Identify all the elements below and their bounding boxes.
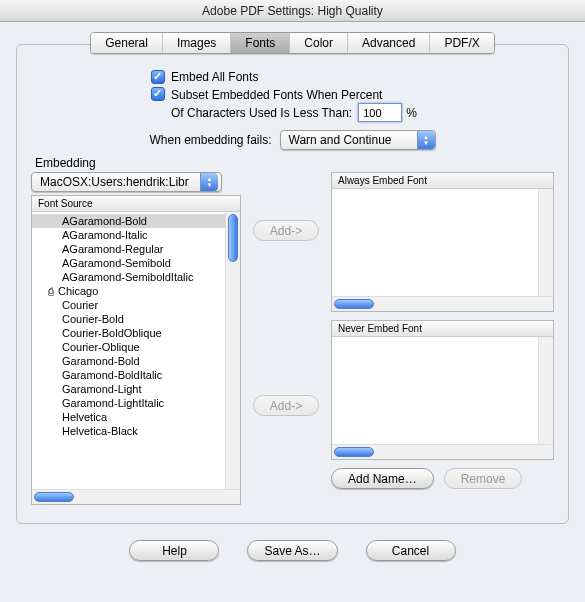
tab-images[interactable]: Images: [163, 33, 231, 53]
never-embed-vscroll[interactable]: [538, 337, 553, 444]
font-source-header: Font Source: [32, 196, 240, 212]
font-item[interactable]: Courier-Bold: [32, 312, 225, 326]
always-embed-listbox[interactable]: Always Embed Font: [331, 172, 554, 312]
cancel-button[interactable]: Cancel: [366, 540, 456, 561]
add-name-button[interactable]: Add Name…: [331, 468, 434, 489]
font-source-listbox[interactable]: Font Source AGaramond-BoldAGaramond-Ital…: [31, 195, 241, 505]
font-item[interactable]: Garamond-Bold: [32, 354, 225, 368]
tab-general[interactable]: General: [91, 33, 163, 53]
font-item[interactable]: Garamond-BoldItalic: [32, 368, 225, 382]
embedding-fails-value: Warn and Continue: [289, 133, 417, 147]
embedding-group-label: Embedding: [35, 156, 554, 170]
never-embed-header: Never Embed Font: [332, 321, 553, 337]
subset-label-line1: Subset Embedded Fonts When Percent: [171, 87, 417, 103]
embedding-fails-label: When embedding fails:: [149, 133, 271, 147]
font-item[interactable]: AGaramond-Semibold: [32, 256, 225, 270]
font-path-select[interactable]: MacOSX:Users:hendrik:Libr ▲▼: [31, 172, 222, 192]
font-source-hscroll[interactable]: [32, 489, 240, 504]
subset-label-line2: Of Characters Used Is Less Than:: [171, 105, 352, 121]
scroll-thumb[interactable]: [228, 214, 238, 262]
tab-color[interactable]: Color: [290, 33, 348, 53]
font-item[interactable]: Garamond-LightItalic: [32, 396, 225, 410]
updown-icon: ▲▼: [200, 173, 218, 191]
never-embed-listbox[interactable]: Never Embed Font: [331, 320, 554, 460]
font-item[interactable]: Helvetica-Black: [32, 424, 225, 438]
help-button[interactable]: Help: [129, 540, 219, 561]
font-item[interactable]: AGaramond-Bold: [32, 214, 225, 228]
scroll-thumb[interactable]: [334, 299, 374, 309]
tab-fonts[interactable]: Fonts: [231, 33, 290, 53]
scroll-thumb[interactable]: [334, 447, 374, 457]
tab-advanced[interactable]: Advanced: [348, 33, 430, 53]
font-item[interactable]: Garamond-Light: [32, 382, 225, 396]
font-item[interactable]: Courier-BoldOblique: [32, 326, 225, 340]
embedding-fails-select[interactable]: Warn and Continue ▲▼: [280, 130, 436, 150]
save-as-button[interactable]: Save As…: [247, 540, 337, 561]
font-path-value: MacOSX:Users:hendrik:Libr: [40, 175, 200, 189]
embed-all-checkbox[interactable]: [151, 70, 165, 84]
font-item[interactable]: Chicago: [32, 284, 225, 298]
remove-button[interactable]: Remove: [444, 468, 523, 489]
subset-percent-input[interactable]: [358, 103, 402, 122]
tab-pdfx[interactable]: PDF/X: [430, 33, 493, 53]
font-item[interactable]: Courier-Oblique: [32, 340, 225, 354]
scroll-thumb[interactable]: [34, 492, 74, 502]
window-title: Adobe PDF Settings: High Quality: [0, 0, 585, 22]
font-item[interactable]: Courier: [32, 298, 225, 312]
always-embed-header: Always Embed Font: [332, 173, 553, 189]
updown-icon: ▲▼: [417, 131, 435, 149]
percent-sign: %: [406, 105, 417, 121]
font-item[interactable]: AGaramond-Regular: [32, 242, 225, 256]
font-source-vscroll[interactable]: [225, 212, 240, 489]
embed-all-label: Embed All Fonts: [171, 70, 258, 84]
font-item[interactable]: Helvetica: [32, 410, 225, 424]
never-embed-hscroll[interactable]: [332, 444, 553, 459]
add-to-always-button[interactable]: Add->: [253, 220, 319, 241]
font-item[interactable]: AGaramond-Italic: [32, 228, 225, 242]
subset-checkbox[interactable]: [151, 87, 165, 101]
add-to-never-button[interactable]: Add->: [253, 395, 319, 416]
fonts-panel: Embed All Fonts Subset Embedded Fonts Wh…: [16, 44, 569, 524]
always-embed-hscroll[interactable]: [332, 296, 553, 311]
tabstrip: General Images Fonts Color Advanced PDF/…: [16, 32, 569, 54]
font-item[interactable]: AGaramond-SemiboldItalic: [32, 270, 225, 284]
always-embed-vscroll[interactable]: [538, 189, 553, 296]
